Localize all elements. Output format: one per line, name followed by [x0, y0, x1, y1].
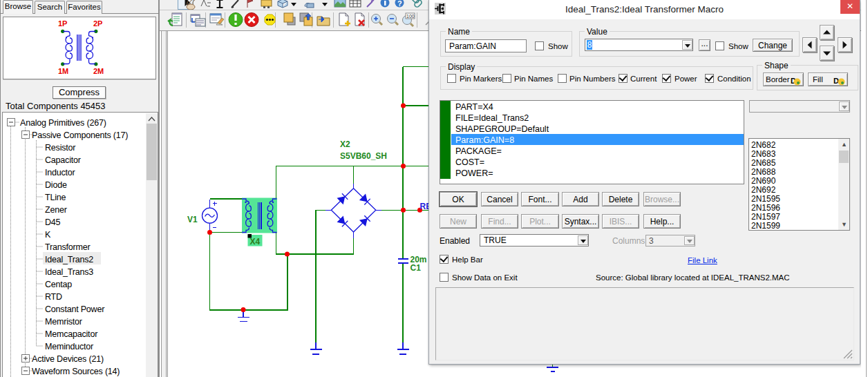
svg-text:Resistor: Resistor [45, 143, 75, 153]
svg-text:1M: 1M [58, 67, 68, 75]
svg-text:100: 100 [406, 14, 415, 19]
svg-text:Diode: Diode [45, 180, 67, 190]
svg-text:X2: X2 [340, 139, 350, 149]
svg-text:D45: D45 [45, 218, 61, 227]
svg-text:Active Devices (21): Active Devices (21) [32, 354, 104, 364]
svg-text:?: ? [397, 0, 402, 8]
svg-text:Transformer: Transformer [45, 242, 90, 252]
svg-text:X4: X4 [250, 237, 261, 246]
svg-text:Memristor: Memristor [45, 317, 82, 327]
svg-text:Ideal_Trans2: Ideal_Trans2 [45, 255, 93, 264]
svg-text:Passive Components (17): Passive Components (17) [32, 130, 128, 140]
svg-text:Memcapacitor: Memcapacitor [45, 329, 97, 339]
svg-text:K: K [45, 230, 51, 240]
svg-text:Inductor: Inductor [45, 168, 75, 177]
svg-text:RTD: RTD [45, 292, 62, 302]
svg-text:Zener: Zener [45, 205, 67, 215]
svg-text:V1: V1 [187, 215, 198, 224]
svg-text:Analog Primitives (267): Analog Primitives (267) [20, 118, 106, 128]
svg-text:TLine: TLine [45, 193, 66, 202]
svg-text:Meminductor: Meminductor [45, 342, 93, 351]
svg-text:C1: C1 [411, 263, 422, 273]
svg-text:2M: 2M [93, 67, 104, 75]
svg-text:S5VB60_SH: S5VB60_SH [340, 151, 387, 161]
svg-text:Constant Power: Constant Power [45, 304, 104, 314]
svg-text:2P: 2P [93, 19, 102, 28]
svg-text:Ideal_Trans3: Ideal_Trans3 [45, 267, 93, 277]
svg-text:1P: 1P [58, 19, 67, 28]
svg-text:Capacitor: Capacitor [45, 155, 81, 165]
svg-text:Centap: Centap [45, 280, 72, 289]
svg-text:Waveform Sources (14): Waveform Sources (14) [32, 367, 120, 376]
